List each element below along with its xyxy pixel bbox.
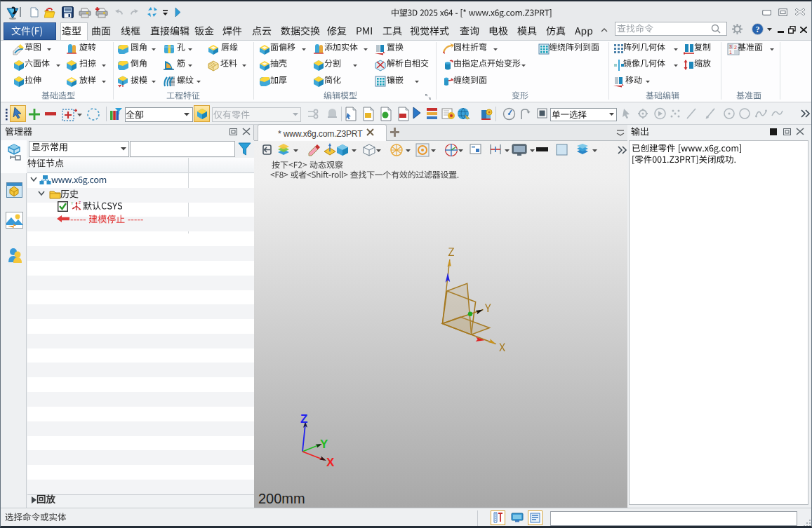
svg-text:2: 2	[734, 45, 737, 50]
svg-text:1: 1	[729, 50, 732, 55]
svg-text:3: 3	[729, 44, 732, 49]
svg-text:Y: Y	[71, 201, 74, 205]
svg-text:?: ?	[756, 25, 760, 34]
svg-text:Z: Z	[79, 201, 81, 205]
